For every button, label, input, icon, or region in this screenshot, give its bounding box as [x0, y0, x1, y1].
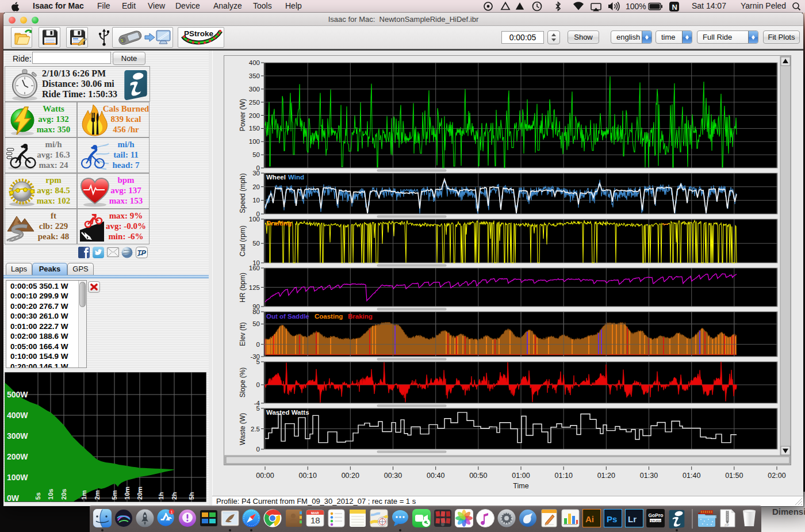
svg-text:300W: 300W [7, 431, 28, 441]
svg-text:50: 50 [252, 320, 260, 327]
svg-text:1: 1 [171, 510, 173, 515]
svg-text:350: 350 [249, 72, 260, 79]
svg-text:Lr: Lr [628, 514, 637, 524]
svg-text:0W: 0W [7, 493, 20, 502]
svg-text:Waste (W): Waste (W) [239, 413, 247, 445]
svg-text:ZIP: ZIP [724, 523, 729, 527]
svg-text:01:30: 01:30 [640, 472, 658, 480]
svg-text:100: 100 [249, 138, 260, 145]
svg-text:2.5: 2.5 [251, 426, 260, 433]
svg-text:50: 50 [252, 151, 260, 158]
svg-text:Braking: Braking [348, 313, 373, 320]
svg-text:2m: 2m [94, 490, 101, 500]
svg-text:Wheel: Wheel [266, 174, 286, 181]
svg-text:01:50: 01:50 [725, 472, 743, 480]
svg-text:5s: 5s [34, 492, 41, 500]
svg-text:00:10: 00:10 [299, 472, 317, 480]
svg-text:Out of Saddle: Out of Saddle [266, 313, 309, 320]
svg-text:00:40: 00:40 [427, 472, 444, 480]
svg-text:100W: 100W [7, 473, 28, 482]
svg-text:N: N [672, 3, 677, 12]
svg-text:HR (bpm): HR (bpm) [239, 273, 247, 303]
svg-text:200: 200 [249, 112, 260, 119]
svg-text:100: 100 [249, 216, 260, 223]
svg-text:150: 150 [249, 125, 260, 132]
svg-text:160: 160 [249, 265, 260, 271]
svg-text:00:50: 00:50 [469, 472, 487, 480]
svg-text:Ai: Ai [585, 514, 594, 524]
svg-text:01:20: 01:20 [597, 472, 615, 480]
svg-text:1m: 1m [80, 490, 87, 500]
svg-text:0: 0 [256, 446, 260, 453]
svg-text:5h: 5h [188, 492, 195, 500]
svg-text:Wind: Wind [288, 174, 304, 181]
svg-text:Wasted Watts: Wasted Watts [266, 409, 309, 416]
svg-text:80: 80 [252, 308, 260, 315]
svg-text:00:30: 00:30 [384, 472, 402, 480]
svg-text:200W: 200W [7, 452, 28, 461]
svg-text:18: 18 [310, 515, 320, 525]
svg-text:400W: 400W [7, 411, 28, 420]
svg-text:GoPro: GoPro [649, 512, 664, 518]
svg-text:01:00: 01:00 [512, 472, 530, 480]
svg-text:0: 0 [256, 381, 260, 388]
svg-text:20m: 20m [136, 487, 143, 500]
svg-text:MAR: MAR [311, 511, 319, 515]
svg-text:Ps: Ps [607, 514, 617, 524]
svg-text:01:40: 01:40 [683, 472, 700, 480]
svg-text:0: 0 [256, 341, 260, 348]
svg-text:Drafting: Drafting [266, 220, 292, 227]
svg-text:5: 5 [256, 405, 260, 412]
svg-text:20s: 20s [60, 489, 67, 500]
svg-text:500W: 500W [7, 390, 28, 399]
svg-text:01:10: 01:10 [555, 472, 573, 480]
svg-text:Coasting: Coasting [315, 313, 343, 320]
svg-text:2h: 2h [171, 492, 178, 500]
svg-text:STUDIO: STUDIO [650, 519, 663, 523]
svg-text:Cad (rpm): Cad (rpm) [239, 225, 247, 257]
svg-text:5m: 5m [111, 490, 118, 500]
svg-text:Power (W): Power (W) [239, 99, 247, 132]
svg-text:PStroke: PStroke [184, 29, 214, 38]
svg-text:Time: Time [513, 482, 528, 490]
svg-text:100%: 100% [626, 2, 646, 11]
svg-text:400: 400 [249, 59, 260, 66]
svg-text:Elev (ft): Elev (ft) [239, 322, 247, 346]
svg-text:5: 5 [256, 358, 260, 365]
svg-text:Slope (%): Slope (%) [239, 368, 247, 398]
svg-text:10s: 10s [47, 489, 54, 500]
svg-text:250: 250 [249, 99, 260, 106]
svg-text:1h: 1h [158, 492, 164, 500]
svg-text:300: 300 [249, 86, 260, 93]
svg-text:10: 10 [252, 197, 260, 204]
svg-text:00:20: 00:20 [342, 472, 359, 480]
svg-text:00:00: 00:00 [256, 472, 274, 480]
svg-text:50: 50 [252, 240, 260, 247]
svg-text:125: 125 [249, 284, 260, 291]
svg-text:20: 20 [252, 183, 260, 190]
svg-text:Speed (mph): Speed (mph) [239, 173, 247, 213]
svg-text:30: 30 [252, 170, 260, 177]
svg-text:10m: 10m [124, 487, 131, 500]
svg-text:02:00: 02:00 [768, 472, 785, 480]
